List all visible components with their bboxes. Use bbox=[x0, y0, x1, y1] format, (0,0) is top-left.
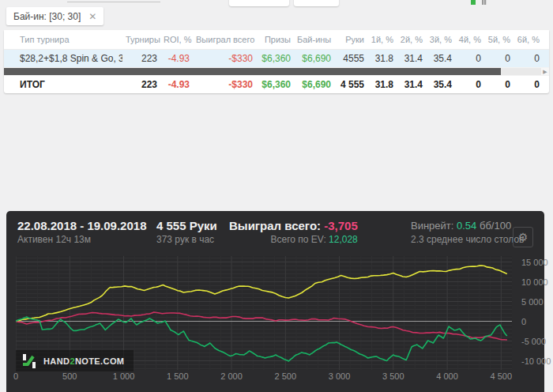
table-cell: -$330 bbox=[193, 79, 256, 90]
date-range: 22.08.2018 - 19.09.2018 bbox=[17, 218, 146, 233]
x-tick-label: 4 500 bbox=[491, 371, 513, 381]
hands-count: 4 555 Руки bbox=[156, 218, 217, 233]
gear-icon[interactable]: ⚙ bbox=[513, 227, 533, 247]
table-cell: 223 bbox=[122, 79, 160, 90]
toolbar-button-cutoff-1[interactable] bbox=[229, 0, 289, 6]
table-row[interactable]: $28,2+$1,8 Spin & Go, 3max223-4.93-$330$… bbox=[4, 50, 549, 67]
scrollbar-thumb[interactable] bbox=[11, 68, 501, 75]
x-tick-label: 4 000 bbox=[436, 371, 458, 381]
table-cell: $6,360 bbox=[256, 79, 294, 90]
x-tick-label: 1 500 bbox=[167, 371, 189, 381]
table-cell: $6,360 bbox=[256, 53, 294, 64]
table-cell: 31.4 bbox=[397, 79, 426, 90]
toolbar-input-underline bbox=[67, 2, 160, 2]
table-cell: 31.4 bbox=[397, 53, 426, 64]
filter-chip-label: Бай-ин: [30; 30] bbox=[13, 11, 81, 22]
table-cell: 0 bbox=[514, 53, 543, 64]
hand2note-logo-text: HAND2NOTE.COM bbox=[43, 356, 124, 366]
header-cell[interactable]: Выиграл всего bbox=[193, 35, 256, 44]
hand2note-logo-icon bbox=[21, 353, 37, 369]
hands-per-hour: 373 рук в час bbox=[156, 233, 217, 246]
y-tick-label: 15 000 bbox=[521, 258, 548, 267]
avg-tables: 2.3 среднее число столов bbox=[411, 233, 524, 246]
table-cell: 0 bbox=[514, 79, 543, 90]
header-cell[interactable]: Турниры bbox=[122, 35, 160, 44]
header-cell[interactable]: 4й, % bbox=[455, 35, 484, 44]
table-cell: 4555 bbox=[334, 53, 367, 64]
table-cell: 31.8 bbox=[367, 53, 397, 64]
y-tick-label: 0 bbox=[521, 317, 526, 326]
table-cell: 0 bbox=[484, 79, 514, 90]
table-cell: -$330 bbox=[193, 53, 256, 64]
table-cell: -4.93 bbox=[160, 53, 193, 64]
ev-total: Всего по EV: 12,028 bbox=[229, 233, 358, 246]
y-tick-label: -5 000 bbox=[521, 337, 546, 346]
won-total-value: -3,705 bbox=[324, 219, 358, 232]
header-cell[interactable]: 1й, % bbox=[367, 35, 397, 44]
winrate-value: 0.54 bbox=[457, 220, 476, 232]
x-tick-label: 500 bbox=[62, 371, 77, 381]
table-total-row: ИТОГ223-4.93-$330$6,360$6,6904 55531.831… bbox=[4, 76, 549, 93]
table-cell: ИТОГ bbox=[4, 79, 122, 90]
table-cell: 31.8 bbox=[367, 79, 397, 90]
table-cell: $6,690 bbox=[294, 79, 334, 90]
filter-chip-buyin[interactable]: Бай-ин: [30; 30] ✕ bbox=[6, 7, 103, 25]
x-tick-label: 3 000 bbox=[329, 371, 351, 381]
scroll-left-button[interactable] bbox=[4, 68, 11, 75]
table-cell: 223 bbox=[122, 53, 160, 64]
winrate: Винрейт: 0.54 бб/100 bbox=[411, 218, 524, 233]
table-cell: $6,690 bbox=[294, 53, 334, 64]
y-tick-label: 5 000 bbox=[521, 297, 544, 307]
header-cell[interactable]: 5й, % bbox=[484, 35, 514, 44]
toolbar-chart-icon[interactable] bbox=[482, 0, 487, 5]
x-axis-labels: 05001 0001 5002 0002 5003 0003 5004 0004… bbox=[16, 371, 512, 384]
close-icon[interactable]: ✕ bbox=[88, 12, 96, 21]
toolbar-green-icon[interactable] bbox=[471, 0, 476, 5]
toolbar-button-cutoff-2[interactable] bbox=[294, 0, 339, 6]
table-cell: 0 bbox=[455, 53, 484, 64]
x-tick-label: 2 000 bbox=[220, 371, 243, 381]
table-cell: 4 555 bbox=[334, 79, 367, 90]
won-total: Выиграл всего: -3,705 bbox=[229, 218, 358, 233]
header-cell[interactable]: Бай-ины bbox=[294, 35, 334, 44]
session-graph-panel: 22.08.2018 - 19.09.2018 Активен 12ч 13м … bbox=[6, 211, 544, 392]
y-axis-labels: 15 00010 0005 0000-5 000-10 000 bbox=[515, 256, 547, 370]
header-cell[interactable]: 3й, % bbox=[426, 35, 455, 44]
table-cell: 0 bbox=[455, 79, 484, 90]
table-header-row: Тип турнираТурнирыROI, %Выиграл всегоПри… bbox=[4, 30, 549, 50]
y-tick-label: 10 000 bbox=[521, 277, 548, 287]
hand2note-logo: HAND2NOTE.COM bbox=[16, 350, 134, 371]
header-cell[interactable]: 2й, % bbox=[397, 35, 426, 44]
graph-header: 22.08.2018 - 19.09.2018 Активен 12ч 13м … bbox=[6, 218, 544, 251]
ev-total-value: 12,028 bbox=[329, 234, 358, 245]
header-cell[interactable]: 6й, % bbox=[514, 35, 543, 44]
x-tick-label: 1 000 bbox=[113, 371, 135, 381]
x-tick-label: 3 500 bbox=[382, 371, 404, 381]
adjusted-line-pink bbox=[16, 312, 507, 340]
table-cell: 35.4 bbox=[426, 53, 455, 64]
x-tick-label: 0 bbox=[13, 371, 18, 381]
table-cell: -4.93 bbox=[160, 79, 193, 90]
header-cell[interactable]: Призы bbox=[256, 35, 294, 44]
y-tick-label: -10 000 bbox=[521, 356, 551, 366]
table-cell: 0 bbox=[484, 53, 514, 64]
table-cell: 35.4 bbox=[426, 79, 455, 90]
header-cell[interactable]: ROI, % bbox=[160, 35, 193, 44]
header-cell[interactable]: Тип турнира bbox=[4, 35, 122, 44]
table-cell: $28,2+$1,8 Spin & Go, 3max bbox=[4, 53, 122, 64]
horizontal-scrollbar[interactable]: ▶ bbox=[4, 67, 549, 76]
x-tick-label: 2 500 bbox=[275, 371, 297, 381]
active-time: Активен 12ч 13м bbox=[17, 233, 146, 246]
header-cell[interactable]: Руки bbox=[334, 35, 367, 44]
results-table-card: Тип турнираТурнирыROI, %Выиграл всегоПри… bbox=[4, 30, 549, 93]
scroll-right-button[interactable]: ▶ bbox=[541, 68, 549, 75]
